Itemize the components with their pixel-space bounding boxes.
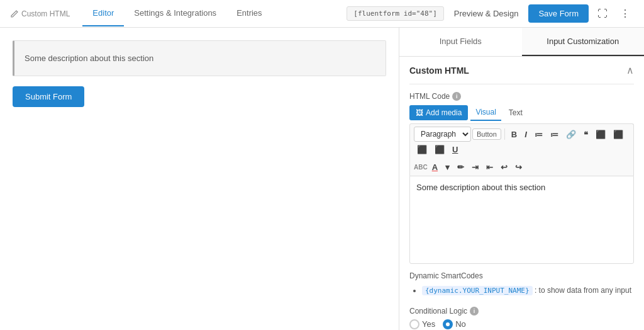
radio-no-indicator xyxy=(443,319,453,329)
paragraph-select[interactable]: Paragraph xyxy=(414,127,471,142)
smartcodes-suffix: : to show data from any input xyxy=(535,286,631,295)
submit-form-button[interactable]: Submit Form xyxy=(13,86,84,107)
color-dropdown-button[interactable]: ▾ xyxy=(442,161,453,174)
nav-right: [fluentform id="48"] Preview & Design Sa… xyxy=(347,4,634,23)
smartcodes-label: Dynamic SmartCodes xyxy=(409,271,634,280)
right-panel: Input Fields Input Customization Custom … xyxy=(399,28,644,330)
save-form-button[interactable]: Save Form xyxy=(528,4,589,23)
ol-button[interactable]: ≔ xyxy=(547,128,562,141)
editor-toolbar-top: 🖼 Add media Visual Text xyxy=(409,105,634,121)
top-nav: Custom HTML Editor Settings & Integratio… xyxy=(0,0,644,28)
nav-tabs: Editor Settings & Integrations Entries xyxy=(82,1,272,26)
more-options-button[interactable]: ⋮ xyxy=(616,5,634,22)
font-color-button[interactable]: A xyxy=(429,161,441,174)
editor-content-area[interactable]: Some description about this section xyxy=(409,176,634,264)
radio-yes-indicator xyxy=(409,319,419,329)
abc-label: ABC xyxy=(414,164,428,171)
link-button[interactable]: 🔗 xyxy=(563,128,579,141)
editor-toolbar-row2: ABC A ▾ ✏ ⇥ ⇤ ↩ ↪ xyxy=(409,159,634,176)
editor-toolbar-row1: Paragraph Button B I ≔ ≔ 🔗 ❝ ⬛ ⬛ ⬛ ⬛ U xyxy=(409,123,634,159)
collapse-icon[interactable]: ∧ xyxy=(626,64,634,76)
bold-button[interactable]: B xyxy=(508,128,520,141)
main-layout: Some description about this section Subm… xyxy=(0,28,644,330)
tab-editor[interactable]: Editor xyxy=(82,1,124,26)
nav-logo: Custom HTML xyxy=(10,9,70,18)
smartcodes-item: {dynamic.YOUR_INPUT_NAME} : to show data… xyxy=(422,284,634,298)
visual-button[interactable]: Visual xyxy=(470,105,501,121)
conditional-radio-group: Yes No xyxy=(409,319,634,329)
section-header: Custom HTML ∧ xyxy=(409,57,634,84)
undo-button[interactable]: ↩ xyxy=(497,161,511,174)
section-box: Some description about this section xyxy=(13,40,386,76)
conditional-info-icon: i xyxy=(470,307,479,316)
section-description: Some description about this section xyxy=(25,54,375,63)
conditional-label: Conditional Logic i xyxy=(409,307,634,316)
tab-entries[interactable]: Entries xyxy=(226,1,272,26)
panel-tabs: Input Fields Input Customization xyxy=(399,28,644,57)
outdent-button[interactable]: ⇤ xyxy=(483,161,496,174)
yes-label: Yes xyxy=(422,319,435,329)
section-title: Custom HTML xyxy=(409,65,469,76)
shortcode-badge: [fluentform id="48"] xyxy=(347,6,443,21)
redo-button[interactable]: ↪ xyxy=(512,161,525,174)
nav-logo-text: Custom HTML xyxy=(21,9,70,18)
html-code-info-icon: i xyxy=(452,92,461,101)
conditional-section: Conditional Logic i Yes No xyxy=(409,307,634,329)
button-badge[interactable]: Button xyxy=(472,128,501,140)
eraser-button[interactable]: ✏ xyxy=(454,161,467,174)
align-right-button[interactable]: ⬛ xyxy=(414,143,430,156)
smartcodes-section: Dynamic SmartCodes {dynamic.YOUR_INPUT_N… xyxy=(409,271,634,298)
align-left-button[interactable]: ⬛ xyxy=(592,128,609,141)
html-code-label: HTML Code i xyxy=(409,92,634,101)
smartcodes-list: {dynamic.YOUR_INPUT_NAME} : to show data… xyxy=(409,284,634,298)
ul-button[interactable]: ≔ xyxy=(531,128,546,141)
tab-input-customization[interactable]: Input Customization xyxy=(522,28,645,56)
smartcodes-code: {dynamic.YOUR_INPUT_NAME} xyxy=(422,286,533,295)
fullscreen-button[interactable]: ⛶ xyxy=(594,6,611,22)
blockquote-button[interactable]: ❝ xyxy=(580,128,591,141)
tab-input-fields[interactable]: Input Fields xyxy=(399,28,522,56)
editor-text: Some description about this section xyxy=(416,183,627,192)
radio-no[interactable]: No xyxy=(443,319,466,329)
justify-button[interactable]: ⬛ xyxy=(431,143,448,156)
toolbar-sep-1 xyxy=(504,128,505,140)
customhtml-section: Custom HTML ∧ HTML Code i 🖼 Add media Vi… xyxy=(399,57,644,330)
underline-button[interactable]: U xyxy=(449,143,461,156)
no-label: No xyxy=(455,319,466,329)
editor-panel: Some description about this section Subm… xyxy=(0,28,399,330)
align-center-button[interactable]: ⬛ xyxy=(610,128,626,141)
tab-settings[interactable]: Settings & Integrations xyxy=(124,1,226,26)
preview-design-button[interactable]: Preview & Design xyxy=(449,6,524,21)
add-media-button[interactable]: 🖼 Add media xyxy=(409,105,468,120)
text-button[interactable]: Text xyxy=(504,105,528,120)
add-media-icon: 🖼 xyxy=(416,108,423,117)
italic-button[interactable]: I xyxy=(521,128,530,141)
indent-button[interactable]: ⇥ xyxy=(469,161,482,174)
radio-yes[interactable]: Yes xyxy=(409,319,435,329)
pencil-icon xyxy=(10,9,19,18)
